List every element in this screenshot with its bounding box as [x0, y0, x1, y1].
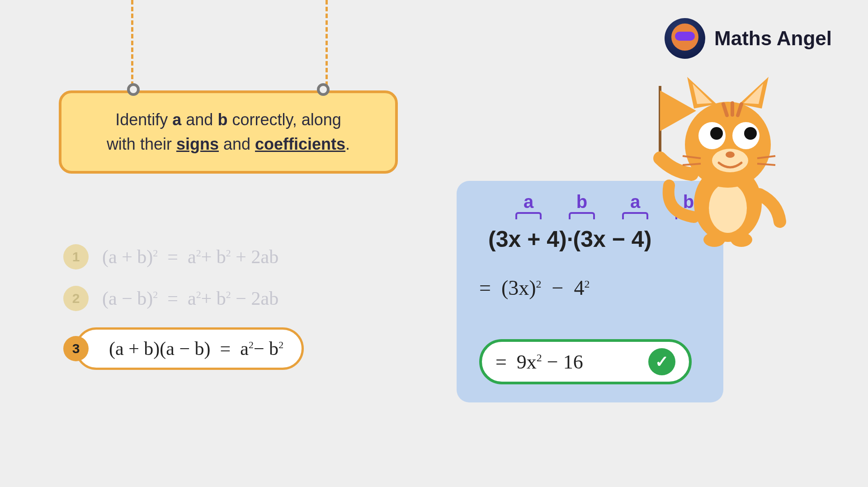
tip-card: Identify a and b correctly, along with t… — [59, 90, 398, 174]
label-b: b — [555, 192, 609, 212]
formula-text: (a + b)2 = a2+ b2 + 2ab — [102, 246, 278, 268]
brand-logo-icon — [665, 18, 705, 59]
answer-text: = 9x2 − 16 — [495, 350, 583, 374]
formula-number: 1 — [63, 244, 89, 270]
formula-text: (a − b)2 = a2+ b2 − 2ab — [102, 288, 278, 309]
svg-point-14 — [726, 151, 735, 158]
expression: (3x + 4)·(3x − 4) — [488, 226, 651, 252]
formula-number: 2 — [63, 286, 89, 311]
svg-point-20 — [731, 232, 752, 247]
formula-row-3: 3 (a + b)(a − b) = a2− b2 — [63, 327, 407, 370]
brand: Maths Angel — [665, 18, 832, 59]
formula-active-box: (a + b)(a − b) = a2− b2 — [75, 327, 304, 370]
hanger-ring-right-icon — [317, 83, 330, 96]
svg-point-11 — [710, 127, 723, 140]
hanger-string-right — [326, 0, 328, 86]
step-1: = (3x)2 − 42 — [479, 276, 590, 300]
svg-marker-5 — [687, 77, 717, 109]
formula-number: 3 — [63, 336, 89, 361]
formula-text: (a + b)(a − b) = a2− b2 — [109, 338, 283, 359]
checkmark-icon: ✓ — [648, 348, 675, 375]
svg-point-19 — [703, 232, 725, 247]
tip-text: Identify a and b correctly, along with t… — [107, 110, 350, 153]
formula-list: 1 (a + b)2 = a2+ b2 + 2ab 2 (a − b)2 = a… — [63, 244, 407, 386]
brand-name: Maths Angel — [714, 27, 832, 50]
hanger-string-left — [131, 0, 133, 86]
hanger-ring-left-icon — [127, 83, 140, 96]
svg-marker-6 — [739, 77, 769, 109]
formula-row-2: 2 (a − b)2 = a2+ b2 − 2ab — [63, 286, 407, 311]
label-a: a — [502, 192, 555, 212]
svg-point-3 — [709, 183, 747, 233]
svg-point-12 — [744, 127, 757, 140]
formula-row-1: 1 (a + b)2 = a2+ b2 + 2ab — [63, 244, 407, 270]
answer-pill: = 9x2 − 16 ✓ — [479, 339, 692, 384]
cat-mascot-icon — [633, 68, 796, 249]
